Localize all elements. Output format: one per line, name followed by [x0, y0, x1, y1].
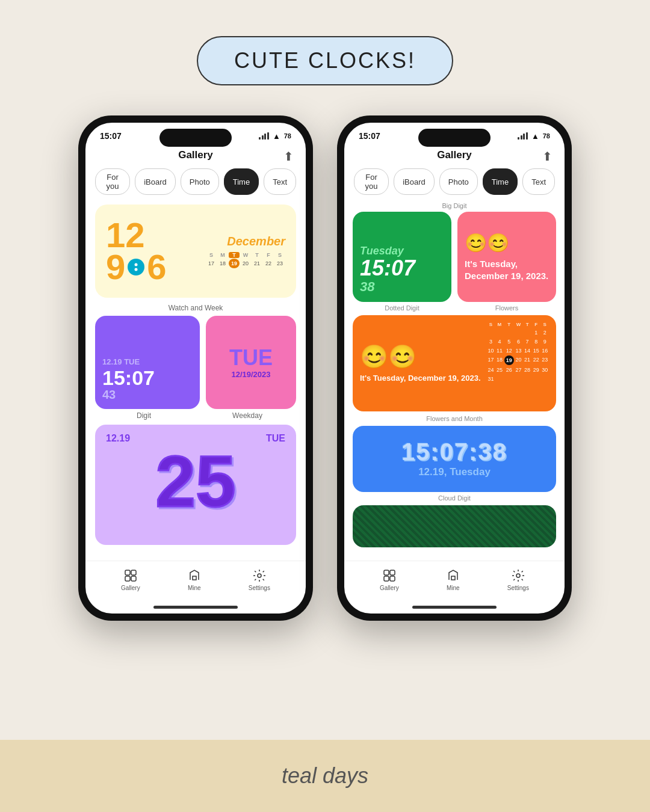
tab-foryou-1[interactable]: For you	[95, 168, 130, 195]
flowers-text: It's Tuesday, December 19, 2023.	[465, 258, 549, 281]
gallery-title-2: Gallery	[437, 149, 472, 161]
time-1: 15:07	[100, 131, 122, 141]
bottom-nav-2: Gallery Mine Settings	[344, 561, 565, 603]
nav-mine-1[interactable]: Mine	[187, 568, 202, 591]
clock-numbers: 12 9 6	[106, 220, 167, 282]
nav-gallery-1[interactable]: Gallery	[121, 568, 140, 591]
nav-settings-label-1: Settings	[249, 585, 270, 591]
widget-digit[interactable]: 12.19 TUE 15:07 43	[95, 316, 200, 409]
phone-1: 15:07 ▲ 78 Gallery ⬆ For you iBoard	[78, 115, 313, 621]
gallery-header-1: Gallery ⬆	[85, 144, 306, 164]
tab-photo-1[interactable]: Photo	[181, 168, 219, 195]
clock-row: 9 6	[106, 251, 167, 283]
widget-row-two-p2: Tuesday 15:07 38 😊😊 It's Tuesday, Decemb…	[353, 212, 556, 302]
cloud-date: 12.19, Tuesday	[418, 466, 491, 478]
battery-1: 78	[284, 132, 291, 140]
filter-tabs-2: For you iBoard Photo Time Text	[344, 164, 565, 200]
fluffy-day: TUE	[266, 433, 285, 444]
svg-rect-6	[193, 576, 196, 580]
widget-watch-week[interactable]: 12 9 6 Dec	[95, 205, 296, 298]
bottom-strip: teal days	[0, 740, 650, 812]
digit-seconds: 43	[102, 388, 193, 402]
digit-date: 12.19 TUE	[102, 357, 193, 366]
tab-text-2[interactable]: Text	[522, 168, 555, 195]
calendar-month: December	[227, 235, 285, 248]
tab-iboard-2[interactable]: iBoard	[394, 168, 435, 195]
scroll-content-1: 12 9 6 Dec	[85, 200, 306, 561]
tab-time-2[interactable]: Time	[483, 168, 518, 195]
fm-left: 😊😊 It's Tuesday, December 19, 2023.	[360, 321, 481, 405]
calendar-side: December S M T W T F S 17 18 19 2	[206, 235, 285, 268]
signal-icon-1	[259, 132, 269, 140]
cloud-time: 15:07:38	[401, 440, 507, 464]
calendar-grid: S M T W T F S 17 18 19 20 21 22	[206, 252, 285, 268]
clock-3: 6	[147, 251, 166, 283]
status-icons-2: ▲ 78	[518, 132, 550, 141]
watch-week-label: Watch and Week	[95, 304, 296, 312]
nav-mine-2[interactable]: Mine	[446, 568, 460, 591]
settings-icon-1	[252, 568, 267, 583]
digit-time: 15:07	[102, 368, 193, 388]
phone-2-screen: 15:07 ▲ 78 Gallery ⬆ For you iBoard	[344, 123, 565, 614]
tab-photo-2[interactable]: Photo	[439, 168, 478, 195]
tab-text-1[interactable]: Text	[264, 168, 296, 195]
fm-smiley: 😊😊	[360, 343, 481, 370]
wifi-icon-1: ▲	[273, 132, 280, 141]
widget-fluffy[interactable]: 12.19 TUE 25	[95, 425, 296, 545]
home-indicator-1	[153, 606, 238, 609]
nav-gallery-2[interactable]: Gallery	[380, 568, 399, 591]
svg-rect-11	[390, 576, 395, 581]
green-time: 15:07	[360, 257, 444, 279]
phone-2: 15:07 ▲ 78 Gallery ⬆ For you iBoard	[337, 115, 572, 621]
gallery-header-2: Gallery ⬆	[344, 144, 565, 164]
filter-tabs-1: For you iBoard Photo Time Text	[85, 164, 306, 200]
signal-icon-2	[518, 132, 528, 140]
scroll-content-2: Big Digit Tuesday 15:07 38 😊😊 It's Tuesd…	[344, 200, 565, 561]
svg-rect-3	[131, 570, 136, 575]
green-sec: 38	[360, 279, 444, 295]
flowers-month-label: Flowers and Month	[353, 415, 556, 422]
widget-flowers[interactable]: 😊😊 It's Tuesday, December 19, 2023.	[457, 212, 556, 302]
nav-settings-2[interactable]: Settings	[507, 568, 529, 591]
phones-container: 15:07 ▲ 78 Gallery ⬆ For you iBoard	[78, 115, 572, 621]
battery-2: 78	[543, 132, 550, 140]
home-indicator-2	[412, 606, 497, 609]
status-bar-1: 15:07 ▲ 78	[85, 123, 306, 144]
tab-foryou-2[interactable]: For you	[354, 168, 389, 195]
nav-mine-label-1: Mine	[188, 585, 201, 591]
fluffy-number: 25	[106, 449, 285, 514]
widget-nature[interactable]	[353, 505, 556, 547]
mine-icon-2	[446, 568, 460, 583]
nav-settings-1[interactable]: Settings	[249, 568, 270, 591]
svg-point-1	[135, 268, 138, 271]
svg-rect-12	[451, 576, 455, 580]
tab-iboard-1[interactable]: iBoard	[135, 168, 176, 195]
flowers-label: Flowers	[457, 304, 556, 312]
fm-calendar: S M T W T F S 1	[487, 321, 549, 405]
widget-weekday[interactable]: TUE 12/19/2023	[206, 316, 296, 409]
svg-rect-2	[125, 570, 130, 575]
svg-point-7	[258, 574, 261, 577]
flowers-smiley: 😊😊	[465, 232, 549, 253]
gallery-icon-1	[123, 568, 138, 583]
widget-big-digit-green[interactable]: Tuesday 15:07 38	[353, 212, 451, 302]
nav-mine-label-2: Mine	[447, 585, 460, 591]
svg-point-13	[516, 574, 520, 577]
brand-name: teal days	[282, 763, 368, 789]
tab-time-1[interactable]: Time	[224, 168, 259, 195]
svg-rect-10	[384, 576, 389, 581]
nav-gallery-label-1: Gallery	[121, 585, 140, 591]
cloud-digit-label: Cloud Digit	[353, 494, 556, 502]
widget-flowers-month[interactable]: 😊😊 It's Tuesday, December 19, 2023. S M …	[353, 315, 556, 411]
bottom-nav-1: Gallery Mine Settings	[85, 561, 306, 603]
settings-icon-2	[511, 568, 525, 583]
nav-settings-label-2: Settings	[507, 585, 529, 591]
share-button-1[interactable]: ⬆	[283, 149, 294, 164]
nature-overlay	[353, 505, 556, 547]
clock-9: 9	[106, 251, 125, 283]
svg-rect-8	[384, 570, 389, 575]
clock-colon	[128, 259, 144, 275]
fm-text: It's Tuesday, December 19, 2023.	[360, 374, 481, 384]
share-button-2[interactable]: ⬆	[542, 149, 552, 164]
widget-cloud-digit[interactable]: 15:07:38 12.19, Tuesday	[353, 426, 556, 492]
